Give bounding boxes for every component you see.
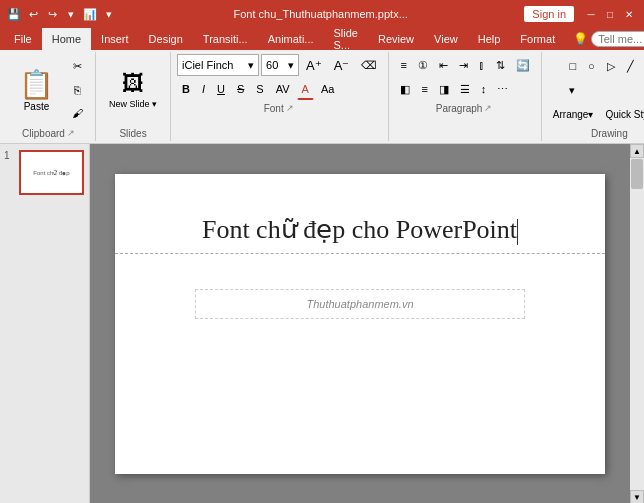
drawing-label: Drawing	[591, 126, 628, 139]
tab-design[interactable]: Design	[139, 28, 193, 50]
shape-more[interactable]: ▾	[564, 79, 580, 101]
format-painter-button[interactable]: 🖌	[65, 102, 89, 124]
text-direction-button[interactable]: ⇅	[491, 54, 510, 76]
quick-styles-button[interactable]: Quick Styles▾	[600, 103, 644, 125]
clipboard-content: 📋 Paste ✂ ⎘ 🖌	[10, 54, 89, 125]
slide-thumbnail-1[interactable]: 1 Font chữ đẹp	[4, 150, 85, 195]
font-size-selector[interactable]: 60 ▾	[261, 54, 299, 76]
paragraph-bottom: Paragraph ↗	[436, 101, 495, 114]
scroll-up-button[interactable]: ▲	[630, 144, 644, 158]
align-center-button[interactable]: ≡	[416, 78, 432, 100]
align-right-button[interactable]: ◨	[434, 78, 454, 100]
main-area: 1 Font chữ đẹp Font chữ đẹp cho PowerPoi…	[0, 144, 644, 503]
font-dialog-button[interactable]: ↗	[284, 102, 296, 114]
decrease-font-button[interactable]: A⁻	[329, 54, 355, 76]
tell-me-area: 💡	[565, 29, 644, 49]
save-icon[interactable]: 💾	[6, 6, 22, 22]
tab-home[interactable]: Home	[42, 28, 91, 50]
char-spacing-button[interactable]: AV	[271, 78, 295, 100]
para-row-1: ≡ ① ⇤ ⇥ ⫿ ⇅ 🔄	[395, 54, 534, 76]
clipboard-group: 📋 Paste ✂ ⎘ 🖌 Clipboard ↗	[4, 52, 96, 141]
font-row-1: iCiel Finch ▾ 60 ▾ A⁺ A⁻ ⌫	[177, 54, 382, 76]
convert-smartart-button[interactable]: 🔄	[511, 54, 535, 76]
new-slide-button[interactable]: 🖼 New Slide ▾	[102, 66, 164, 114]
close-button[interactable]: ✕	[620, 5, 638, 23]
italic-button[interactable]: I	[197, 78, 210, 100]
slide-thumb-image: Font chữ đẹp	[19, 150, 84, 195]
tab-help[interactable]: Help	[468, 28, 511, 50]
copy-button[interactable]: ⎘	[65, 79, 89, 101]
font-name-dropdown[interactable]: ▾	[248, 59, 254, 72]
tab-transitions[interactable]: Transiti...	[193, 28, 258, 50]
line-spacing-button[interactable]: ↕	[476, 78, 492, 100]
increase-indent-button[interactable]: ⇥	[454, 54, 473, 76]
sign-in-button[interactable]: Sign in	[524, 6, 574, 22]
shape-2[interactable]: ○	[583, 55, 600, 77]
font-label: Font	[264, 101, 284, 114]
tab-animations[interactable]: Animati...	[258, 28, 324, 50]
shadow-button[interactable]: S	[251, 78, 268, 100]
tab-view[interactable]: View	[424, 28, 468, 50]
font-bottom: Font ↗	[264, 101, 296, 114]
redo-icon[interactable]: ↪	[44, 6, 60, 22]
dropdown-icon[interactable]: ▾	[101, 6, 117, 22]
customize-icon[interactable]: ▾	[63, 6, 79, 22]
font-size-dropdown[interactable]: ▾	[288, 59, 294, 72]
canvas-area: Font chữ đẹp cho PowerPoint Thuthuatphan…	[90, 144, 630, 503]
paragraph-group-content: ≡ ① ⇤ ⇥ ⫿ ⇅ 🔄 ◧ ≡ ◨ ☰ ↕ ⋯	[395, 54, 534, 100]
tab-insert[interactable]: Insert	[91, 28, 139, 50]
undo-icon[interactable]: ↩	[25, 6, 41, 22]
decrease-indent-button[interactable]: ⇤	[434, 54, 453, 76]
numbered-list-button[interactable]: ①	[413, 54, 433, 76]
restore-button[interactable]: □	[601, 5, 619, 23]
strikethrough-button[interactable]: S	[232, 78, 249, 100]
slide-title[interactable]: Font chữ đẹp cho PowerPoint	[115, 214, 605, 254]
slide-subtitle[interactable]: Thuthuatphanmem.vn	[195, 289, 525, 319]
para-more-button[interactable]: ⋯	[492, 78, 513, 100]
tell-me-input[interactable]	[591, 31, 644, 47]
title-bar: 💾 ↩ ↪ ▾ 📊 ▾ Font chu_Thuthuatphanmem.ppt…	[0, 0, 644, 28]
lightbulb-icon: 💡	[573, 32, 588, 46]
paste-label: Paste	[24, 101, 50, 112]
paragraph-group: ≡ ① ⇤ ⇥ ⫿ ⇅ 🔄 ◧ ≡ ◨ ☰ ↕ ⋯ Paragraph ↗	[389, 52, 541, 141]
shape-1[interactable]: □	[564, 55, 581, 77]
paragraph-dialog-button[interactable]: ↗	[482, 102, 494, 114]
slide-number: 1	[4, 150, 16, 161]
scroll-thumb-v[interactable]	[631, 159, 643, 189]
clear-format-button[interactable]: ⌫	[356, 54, 382, 76]
paste-button[interactable]: 📋 Paste	[10, 63, 63, 117]
tab-review[interactable]: Review	[368, 28, 424, 50]
underline-button[interactable]: U	[212, 78, 230, 100]
tab-format[interactable]: Format	[510, 28, 565, 50]
shape-4[interactable]: ╱	[622, 55, 639, 77]
minimize-button[interactable]: ─	[582, 5, 600, 23]
paste-icon: 📋	[19, 68, 54, 101]
font-color-button[interactable]: A	[297, 78, 314, 100]
cut-button[interactable]: ✂	[65, 56, 89, 78]
clipboard-dialog-button[interactable]: ↗	[65, 127, 77, 139]
shape-grid: □ ○ ▷ ╱ ▾	[564, 55, 644, 101]
increase-font-button[interactable]: A⁺	[301, 54, 327, 76]
justify-button[interactable]: ☰	[455, 78, 475, 100]
tab-file[interactable]: File	[4, 28, 42, 50]
bold-button[interactable]: B	[177, 78, 195, 100]
paragraph-label: Paragraph	[436, 101, 483, 114]
new-slide-label: New Slide ▾	[109, 99, 157, 109]
font-name-text: iCiel Finch	[182, 59, 233, 71]
slides-content: 🖼 New Slide ▾	[102, 54, 164, 126]
tab-slideshow[interactable]: Slide S...	[324, 28, 368, 50]
font-name-selector[interactable]: iCiel Finch ▾	[177, 54, 259, 76]
columns-button[interactable]: ⫿	[474, 54, 490, 76]
align-left-button[interactable]: ◧	[395, 78, 415, 100]
arrange-button[interactable]: Arrange▾	[548, 103, 599, 125]
font-group: iCiel Finch ▾ 60 ▾ A⁺ A⁻ ⌫ B I U S S AV …	[171, 52, 389, 141]
bullet-list-button[interactable]: ≡	[395, 54, 411, 76]
font-size-2-button[interactable]: Aa	[316, 78, 339, 100]
shape-3[interactable]: ▷	[602, 55, 620, 77]
slide-canvas[interactable]: Font chữ đẹp cho PowerPoint Thuthuatphan…	[115, 174, 605, 474]
new-slide-icon: 🖼	[122, 71, 144, 97]
ribbon-tabs: File Home Insert Design Transiti... Anim…	[0, 28, 644, 50]
scroll-down-button[interactable]: ▼	[630, 490, 644, 503]
font-row-2: B I U S S AV A Aa	[177, 78, 382, 100]
slides-group: 🖼 New Slide ▾ Slides	[96, 52, 171, 141]
